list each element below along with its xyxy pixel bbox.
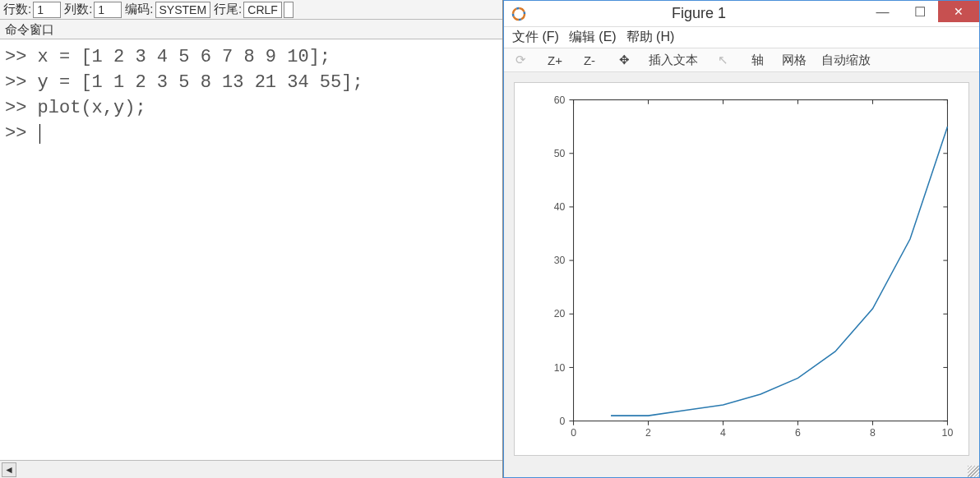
cmd-line-2: >> y = [1 1 2 3 5 8 13 21 34 55]; — [5, 70, 497, 95]
svg-text:60: 60 — [554, 94, 566, 106]
rotate-icon[interactable]: ⟳ — [511, 50, 530, 70]
cmd-line-1: >> x = [1 2 3 4 5 6 7 8 9 10]; — [5, 44, 497, 70]
svg-text:20: 20 — [554, 309, 566, 320]
svg-text:40: 40 — [554, 201, 566, 213]
rows-value[interactable]: 1 — [33, 2, 61, 18]
svg-text:10: 10 — [942, 427, 954, 439]
menu-edit[interactable]: 编辑 (E) — [566, 27, 620, 48]
menu-help[interactable]: 帮助 (H) — [623, 27, 678, 48]
status-bar: 行数: 1 列数: 1 编码: SYSTEM 行尾: CRLF — [0, 0, 502, 20]
insert-text-button[interactable]: 插入文本 — [649, 50, 698, 70]
encoding-value[interactable]: SYSTEM — [155, 2, 211, 18]
rows-label: 行数: — [2, 2, 33, 17]
plot-area: 01020304050600246810 — [504, 72, 979, 466]
app-icon — [511, 6, 527, 22]
plot-svg: 01020304050600246810 — [515, 83, 968, 455]
select-icon[interactable]: ↖ — [713, 50, 733, 70]
minimize-button[interactable]: — — [864, 1, 901, 24]
svg-text:0: 0 — [560, 416, 566, 427]
autoscale-button[interactable]: 自动缩放 — [821, 50, 871, 70]
status-eol: 行尾: CRLF — [212, 2, 282, 18]
svg-text:4: 4 — [720, 427, 726, 439]
status-cols: 列数: 1 — [62, 2, 122, 18]
svg-rect-2 — [574, 100, 948, 421]
svg-text:10: 10 — [554, 362, 566, 374]
svg-text:8: 8 — [870, 427, 876, 439]
grid-button[interactable]: 网格 — [782, 50, 807, 70]
left-scrollbar[interactable]: ◄ — [0, 460, 502, 478]
encoding-label: 编码: — [123, 2, 155, 17]
window-controls: — ☐ ✕ — [864, 1, 979, 27]
cmd-line-3: >> plot(x,y); — [5, 95, 497, 121]
svg-text:30: 30 — [554, 255, 566, 266]
figure-toolbar: ⟳ Z+ Z- ✥ 插入文本 ↖ 轴 网格 自动缩放 — [504, 48, 979, 72]
zoom-out-button[interactable]: Z- — [580, 50, 599, 70]
pan-icon[interactable]: ✥ — [614, 50, 634, 70]
eol-value[interactable]: CRLF — [243, 2, 282, 18]
figure-status-bar — [504, 466, 979, 477]
command-pane: 行数: 1 列数: 1 编码: SYSTEM 行尾: CRLF 命令窗口 >> … — [0, 0, 503, 478]
cols-value[interactable]: 1 — [94, 2, 122, 18]
close-button[interactable]: ✕ — [938, 1, 979, 22]
window-title: Figure 1 — [534, 5, 864, 22]
svg-text:2: 2 — [645, 427, 651, 439]
title-bar[interactable]: Figure 1 — ☐ ✕ — [504, 1, 979, 27]
figure-window: Figure 1 — ☐ ✕ 文件 (F) 编辑 (E) 帮助 (H) ⟳ Z+… — [503, 0, 980, 478]
svg-text:6: 6 — [795, 427, 801, 439]
svg-point-0 — [513, 8, 525, 20]
status-rows: 行数: 1 — [2, 2, 61, 18]
text-cursor — [39, 124, 40, 144]
plot-frame[interactable]: 01020304050600246810 — [514, 82, 969, 456]
eol-label: 行尾: — [212, 2, 243, 17]
resize-grip-icon[interactable] — [968, 466, 979, 477]
cmd-prompt-line: >> — [5, 121, 497, 146]
prompt: >> — [5, 123, 38, 144]
cols-label: 列数: — [62, 2, 94, 17]
status-encoding: 编码: SYSTEM — [123, 2, 210, 18]
command-area[interactable]: >> x = [1 2 3 4 5 6 7 8 9 10];>> y = [1 … — [0, 39, 502, 460]
svg-text:0: 0 — [571, 427, 576, 439]
status-blank — [284, 2, 294, 18]
svg-text:50: 50 — [554, 148, 566, 159]
zoom-in-button[interactable]: Z+ — [545, 50, 565, 70]
menu-file[interactable]: 文件 (F) — [509, 27, 562, 48]
scroll-left-button[interactable]: ◄ — [2, 462, 16, 477]
command-window-title: 命令窗口 — [0, 20, 502, 39]
axis-button[interactable]: 轴 — [747, 50, 767, 70]
menu-bar: 文件 (F) 编辑 (E) 帮助 (H) — [504, 27, 979, 48]
maximize-button[interactable]: ☐ — [901, 1, 938, 24]
